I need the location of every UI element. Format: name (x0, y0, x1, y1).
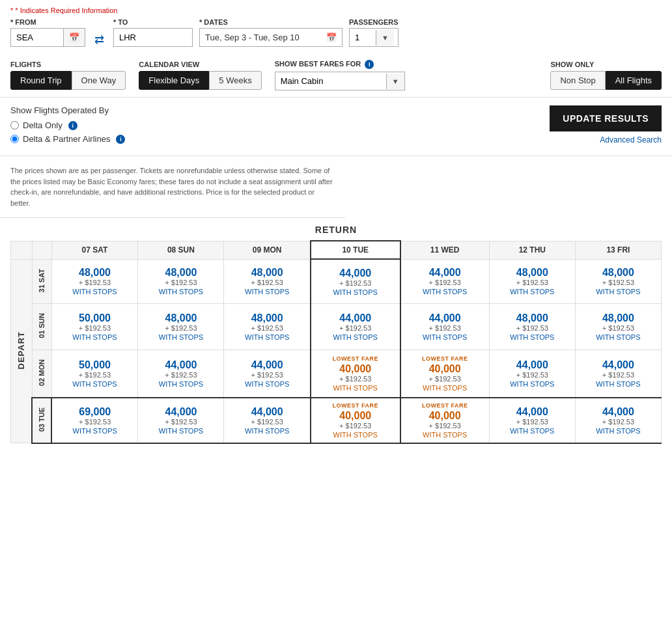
dates-input[interactable]: Tue, Sep 3 - Tue, Sep 10 📅 (199, 28, 343, 47)
fare-cell-2-6[interactable]: 44,000+ $192.53WITH STOPS (575, 350, 661, 397)
delta-partner-option[interactable]: Delta & Partner Airlines i (10, 134, 550, 144)
fare-cell-1-6[interactable]: 48,000+ $192.53WITH STOPS (575, 304, 661, 350)
row-header-1: 01 SUN (32, 304, 51, 350)
fare-cell-0-5[interactable]: 48,000+ $192.53WITH STOPS (489, 259, 575, 303)
delta-only-label: Delta Only (23, 120, 63, 130)
best-fares-select-wrapper: Main Cabin First Class Business ▼ (275, 72, 405, 90)
fare-cell-3-1[interactable]: 44,000+ $192.53WITH STOPS (138, 398, 224, 443)
middle-section: Show Flights Operated By Delta Only i De… (0, 98, 672, 156)
fare-cell-0-3[interactable]: 44,000+ $192.53WITH STOPS (311, 259, 400, 303)
delta-partner-radio[interactable] (10, 135, 19, 143)
five-weeks-button[interactable]: 5 Weeks (209, 71, 261, 90)
flights-group: FLIGHTS Round Trip One Way (10, 61, 126, 90)
passengers-label: PASSENGERS (349, 18, 399, 26)
passengers-select[interactable]: 1234 (350, 29, 376, 46)
col-header-1: 08 SUN (138, 241, 224, 259)
calendar-toggle: Flexible Days 5 Weeks (139, 71, 261, 90)
fare-cell-2-2[interactable]: 44,000+ $192.53WITH STOPS (224, 350, 311, 397)
dates-value: Tue, Sep 3 - Tue, Sep 10 (205, 33, 300, 42)
advanced-search-link[interactable]: Advanced Search (600, 135, 662, 144)
to-label: * TO (113, 18, 193, 26)
col-header-4: 11 WED (400, 241, 490, 259)
depart-label: DEPART (11, 259, 33, 443)
fare-cell-2-4[interactable]: LOWEST FARE40,000+ $192.53WITH STOPS (400, 350, 490, 397)
required-info: * * Indicates Required Information (10, 7, 662, 14)
fare-grid: 07 SAT08 SUN09 MON10 TUE11 WED12 THU13 F… (10, 240, 662, 444)
row-header-3: 03 TUE (32, 398, 51, 443)
one-way-button[interactable]: One Way (72, 71, 126, 90)
delta-only-info-icon[interactable]: i (68, 121, 77, 130)
dates-calendar-icon: 📅 (326, 33, 337, 42)
from-input[interactable] (11, 29, 63, 46)
dates-label: * DATES (199, 18, 343, 26)
calendar-group: Calendar View Flexible Days 5 Weeks (139, 61, 261, 90)
fare-cell-3-4[interactable]: LOWEST FARE40,000+ $192.53WITH STOPS (400, 398, 490, 443)
fare-cell-0-6[interactable]: 48,000+ $192.53WITH STOPS (575, 259, 661, 303)
col-header-3: 10 TUE (311, 241, 400, 259)
fare-cell-1-5[interactable]: 48,000+ $192.53WITH STOPS (489, 304, 575, 350)
col-header-5: 12 THU (489, 241, 575, 259)
fare-cell-1-3[interactable]: 44,000+ $192.53WITH STOPS (311, 304, 400, 350)
all-flights-button[interactable]: All Flights (606, 71, 662, 90)
fare-cell-2-5[interactable]: 44,000+ $192.53WITH STOPS (489, 350, 575, 397)
row-header-0: 31 SAT (32, 259, 51, 303)
fare-cell-1-2[interactable]: 48,000+ $192.53WITH STOPS (224, 304, 311, 350)
best-fares-info-icon[interactable]: i (365, 60, 374, 69)
best-fares-group: Show Best Fares For i Main Cabin First C… (275, 60, 405, 90)
grid-corner (11, 241, 33, 259)
swap-button[interactable]: ⇄ (92, 33, 107, 47)
fare-cell-1-0[interactable]: 50,000+ $192.53WITH STOPS (51, 304, 138, 350)
passengers-group: PASSENGERS 1234 ▼ (349, 18, 399, 47)
round-trip-button[interactable]: Round Trip (10, 71, 72, 90)
flights-label: FLIGHTS (10, 61, 126, 68)
fare-cell-3-6[interactable]: 44,000+ $192.53WITH STOPS (575, 398, 661, 443)
fare-cell-3-3[interactable]: LOWEST FARE40,000+ $192.53WITH STOPS (311, 398, 400, 443)
row-header-2: 02 MON (32, 350, 51, 397)
disclaimer: The prices shown are as per passenger. T… (0, 156, 345, 218)
update-results-button[interactable]: UPDATE RESULTS (550, 105, 662, 131)
grid-corner2 (32, 241, 51, 259)
best-fares-label: Show Best Fares For i (275, 60, 405, 69)
best-fares-select[interactable]: Main Cabin First Class Business (275, 72, 386, 90)
operated-by-section: Show Flights Operated By Delta Only i De… (10, 105, 550, 148)
grid-section: RETURN 07 SAT08 SUN09 MON10 TUE11 WED12 … (0, 218, 672, 454)
from-label: * FROM (10, 18, 85, 26)
fare-cell-1-4[interactable]: 44,000+ $192.53WITH STOPS (400, 304, 490, 350)
fare-cell-0-4[interactable]: 44,000+ $192.53WITH STOPS (400, 259, 490, 303)
passengers-dropdown-icon[interactable]: ▼ (376, 30, 394, 46)
fare-cell-3-2[interactable]: 44,000+ $192.53WITH STOPS (224, 398, 311, 443)
return-label: RETURN (10, 225, 662, 235)
show-only-toggle: Non Stop All Flights (550, 71, 662, 90)
update-btn-area: UPDATE RESULTS Advanced Search (550, 105, 662, 144)
to-input[interactable] (114, 29, 192, 46)
fare-cell-2-0[interactable]: 50,000+ $192.53WITH STOPS (51, 350, 138, 397)
trip-type-toggle: Round Trip One Way (10, 71, 126, 90)
from-calendar-icon[interactable]: 📅 (63, 29, 85, 46)
show-only-label: SHOW ONLY (550, 61, 662, 68)
delta-partner-label: Delta & Partner Airlines (23, 134, 110, 144)
fare-cell-1-1[interactable]: 48,000+ $192.53WITH STOPS (138, 304, 224, 350)
show-only-group: SHOW ONLY Non Stop All Flights (550, 61, 662, 90)
dates-field-group: * DATES Tue, Sep 3 - Tue, Sep 10 📅 (199, 18, 343, 47)
col-header-2: 09 MON (224, 241, 311, 259)
fare-cell-0-0[interactable]: 48,000+ $192.53WITH STOPS (51, 259, 138, 303)
non-stop-button[interactable]: Non Stop (550, 71, 605, 90)
operated-by-label: Show Flights Operated By (10, 105, 550, 115)
passengers-select-wrapper: 1234 ▼ (349, 28, 399, 47)
fare-cell-0-2[interactable]: 48,000+ $192.53WITH STOPS (224, 259, 311, 303)
from-input-wrapper: 📅 (10, 28, 85, 47)
fare-cell-0-1[interactable]: 48,000+ $192.53WITH STOPS (138, 259, 224, 303)
fare-cell-3-0[interactable]: 69,000+ $192.53WITH STOPS (51, 398, 138, 443)
delta-only-option[interactable]: Delta Only i (10, 120, 550, 130)
fare-cell-2-1[interactable]: 44,000+ $192.53WITH STOPS (138, 350, 224, 397)
from-field-group: * FROM 📅 (10, 18, 85, 47)
to-field-group: * TO (113, 18, 193, 47)
col-header-0: 07 SAT (51, 241, 138, 259)
fare-cell-3-5[interactable]: 44,000+ $192.53WITH STOPS (489, 398, 575, 443)
fare-cell-2-3[interactable]: LOWEST FARE40,000+ $192.53WITH STOPS (311, 350, 400, 397)
calendar-label: Calendar View (139, 61, 261, 68)
flexible-days-button[interactable]: Flexible Days (139, 71, 209, 90)
delta-partner-info-icon[interactable]: i (116, 135, 125, 144)
delta-only-radio[interactable] (10, 121, 19, 130)
best-fares-dropdown-icon[interactable]: ▼ (386, 74, 404, 89)
